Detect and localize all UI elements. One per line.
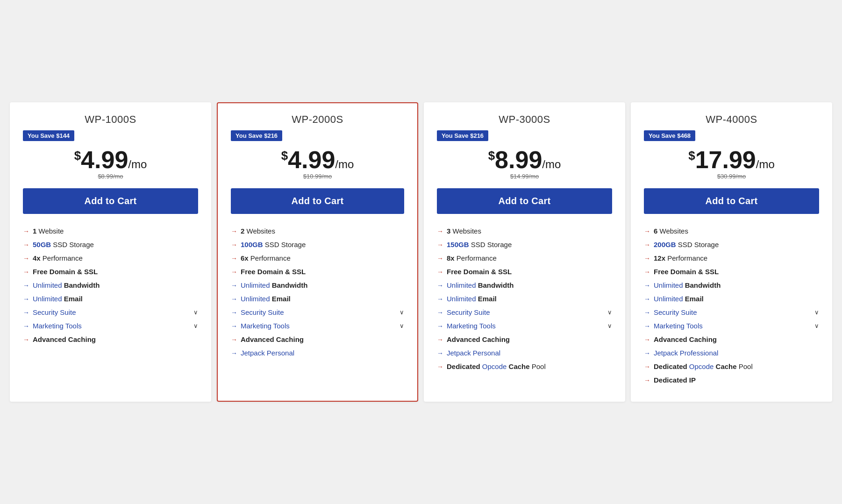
list-item: →Unlimited Email (23, 292, 198, 305)
arrow-blue-icon: → (644, 309, 650, 316)
feature-text: Advanced Caching (654, 335, 819, 343)
arrow-blue-icon: → (23, 282, 29, 289)
feature-text: Unlimited Bandwidth (447, 281, 612, 289)
feature-text: 3 Websites (447, 227, 612, 235)
list-item: →Unlimited Bandwidth (644, 278, 819, 292)
feature-text: Security Suite (241, 308, 400, 316)
chevron-down-icon[interactable]: ∨ (814, 322, 819, 329)
chevron-down-icon[interactable]: ∨ (607, 322, 612, 329)
list-item: →1 Website (23, 224, 198, 238)
arrow-blue-icon: → (437, 295, 443, 303)
features-list-wp-3000s: →3 Websites→150GB SSD Storage→8x Perform… (437, 224, 612, 373)
list-item: →Free Domain & SSL (644, 265, 819, 278)
price-main-wp-1000s: $4.99/mo (23, 148, 198, 172)
currency-symbol: $ (488, 149, 495, 163)
list-item: →Unlimited Bandwidth (231, 278, 404, 292)
list-item: →100GB SSD Storage (231, 238, 404, 251)
arrow-blue-icon: → (231, 349, 237, 357)
list-item: →Dedicated Opcode Cache Pool (437, 360, 612, 373)
list-item[interactable]: →Marketing Tools∨ (23, 319, 198, 333)
feature-text: Free Domain & SSL (241, 268, 404, 276)
list-item: →Advanced Caching (231, 333, 404, 346)
plan-card-wp-1000s: WP-1000SYou Save $144$4.99/mo$8.99/moAdd… (10, 102, 211, 402)
list-item: →Advanced Caching (437, 333, 612, 346)
arrow-red-icon: → (644, 241, 650, 248)
price-main-wp-3000s: $8.99/mo (437, 148, 612, 172)
price-section-wp-1000s: $4.99/mo$8.99/mo (23, 148, 198, 180)
list-item[interactable]: →Security Suite∨ (644, 305, 819, 319)
list-item: →50GB SSD Storage (23, 238, 198, 251)
list-item: →Dedicated IP (644, 373, 819, 387)
add-to-cart-button-wp-3000s[interactable]: Add to Cart (437, 188, 612, 214)
arrow-red-icon: → (644, 268, 650, 276)
list-item: →Unlimited Email (437, 292, 612, 305)
plan-card-wp-4000s: WP-4000SYou Save $468$17.99/mo$30.99/moA… (631, 102, 832, 402)
chevron-down-icon[interactable]: ∨ (193, 309, 198, 316)
list-item[interactable]: →Marketing Tools∨ (231, 319, 404, 333)
feature-text: Marketing Tools (241, 322, 400, 330)
arrow-blue-icon: → (437, 309, 443, 316)
list-item: →Jetpack Personal (231, 346, 404, 360)
list-item: →8x Performance (437, 251, 612, 265)
list-item[interactable]: →Security Suite∨ (231, 305, 404, 319)
feature-text: Security Suite (447, 308, 607, 316)
list-item[interactable]: →Marketing Tools∨ (644, 319, 819, 333)
list-item[interactable]: →Security Suite∨ (23, 305, 198, 319)
arrow-red-icon: → (23, 227, 29, 235)
arrow-red-icon: → (437, 241, 443, 248)
list-item: →150GB SSD Storage (437, 238, 612, 251)
list-item: →6x Performance (231, 251, 404, 265)
feature-text: Dedicated Opcode Cache Pool (447, 362, 612, 370)
list-item[interactable]: →Marketing Tools∨ (437, 319, 612, 333)
feature-text: Marketing Tools (447, 322, 607, 330)
price-section-wp-2000s: $4.99/mo$10.99/mo (231, 148, 404, 180)
savings-badge-wp-2000s: You Save $216 (231, 130, 282, 141)
arrow-red-icon: → (23, 268, 29, 276)
currency-symbol: $ (281, 149, 288, 163)
arrow-red-icon: → (23, 255, 29, 262)
arrow-red-icon: → (644, 227, 650, 235)
list-item: →6 Websites (644, 224, 819, 238)
features-list-wp-2000s: →2 Websites→100GB SSD Storage→6x Perform… (231, 224, 404, 360)
arrow-red-icon: → (231, 336, 237, 343)
feature-text: Dedicated Opcode Cache Pool (654, 362, 819, 370)
list-item: →Free Domain & SSL (23, 265, 198, 278)
feature-text: Security Suite (33, 308, 193, 316)
feature-text: Dedicated IP (654, 376, 819, 384)
arrow-blue-icon: → (23, 295, 29, 303)
arrow-blue-icon: → (644, 349, 650, 357)
plan-card-wp-3000s: WP-3000SYou Save $216$8.99/mo$14.99/moAd… (424, 102, 625, 402)
price-period: /mo (128, 158, 147, 170)
list-item: →Jetpack Professional (644, 346, 819, 360)
feature-text: Unlimited Bandwidth (33, 281, 198, 289)
chevron-down-icon[interactable]: ∨ (814, 309, 819, 316)
chevron-down-icon[interactable]: ∨ (400, 309, 404, 316)
list-item: →Jetpack Personal (437, 346, 612, 360)
list-item[interactable]: →Security Suite∨ (437, 305, 612, 319)
arrow-red-icon: → (231, 255, 237, 262)
chevron-down-icon[interactable]: ∨ (193, 322, 198, 329)
chevron-down-icon[interactable]: ∨ (607, 309, 612, 316)
arrow-blue-icon: → (231, 282, 237, 289)
arrow-blue-icon: → (437, 282, 443, 289)
list-item: →Unlimited Bandwidth (437, 278, 612, 292)
list-item: →Advanced Caching (644, 333, 819, 346)
add-to-cart-button-wp-4000s[interactable]: Add to Cart (644, 188, 819, 214)
add-to-cart-button-wp-1000s[interactable]: Add to Cart (23, 188, 198, 214)
plan-card-wp-2000s: WP-2000SYou Save $216$4.99/mo$10.99/moAd… (217, 102, 418, 402)
plan-title-wp-3000s: WP-3000S (437, 114, 612, 126)
feature-text: Advanced Caching (447, 335, 612, 343)
feature-text: Free Domain & SSL (447, 268, 612, 276)
list-item: →Unlimited Bandwidth (23, 278, 198, 292)
add-to-cart-button-wp-2000s[interactable]: Add to Cart (231, 188, 404, 214)
arrow-red-icon: → (437, 336, 443, 343)
feature-text: Advanced Caching (33, 335, 198, 343)
price-main-wp-2000s: $4.99/mo (231, 148, 404, 172)
feature-text: Unlimited Email (241, 295, 404, 303)
arrow-red-icon: → (231, 241, 237, 248)
chevron-down-icon[interactable]: ∨ (400, 322, 404, 329)
arrow-blue-icon: → (231, 322, 237, 330)
currency-symbol: $ (688, 149, 695, 163)
feature-text: 1 Website (33, 227, 198, 235)
arrow-red-icon: → (644, 363, 650, 370)
